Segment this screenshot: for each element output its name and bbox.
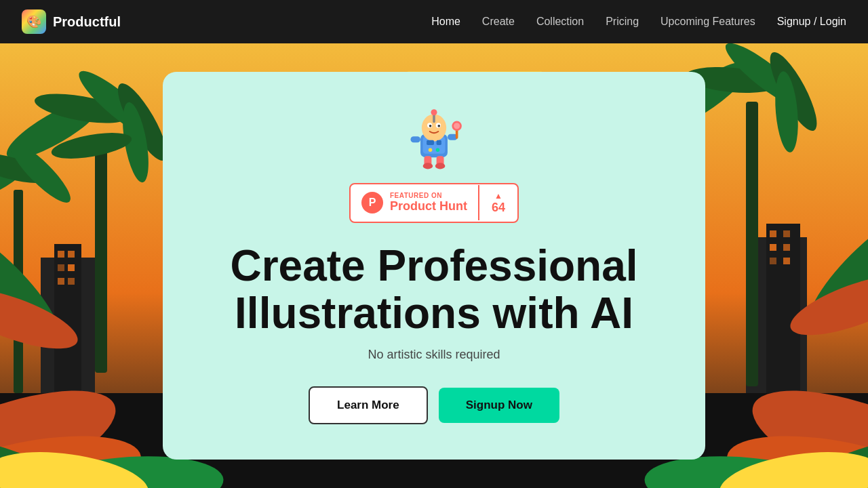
nav-home[interactable]: Home: [431, 16, 460, 28]
navbar: 🎨 Productful Home Create Collection Pric…: [0, 0, 868, 43]
product-hunt-badge[interactable]: P FEATURED ON Product Hunt ▲ 64: [349, 183, 519, 223]
ph-product-name: Product Hunt: [390, 199, 467, 213]
svg-point-65: [454, 123, 460, 129]
brand-logo[interactable]: 🎨 Productful: [22, 9, 121, 34]
svg-point-68: [423, 163, 433, 169]
ph-featured-label: FEATURED ON: [390, 192, 467, 199]
svg-point-73: [436, 148, 439, 151]
svg-rect-61: [410, 136, 420, 142]
svg-point-58: [437, 125, 440, 127]
signup-now-button[interactable]: Signup Now: [439, 388, 559, 423]
svg-rect-71: [437, 140, 441, 144]
svg-point-57: [429, 125, 432, 127]
brand-icon: 🎨: [22, 9, 46, 34]
learn-more-button[interactable]: Learn More: [309, 386, 428, 424]
ph-icon: P: [361, 192, 383, 214]
ph-count-value: 64: [492, 201, 505, 215]
nav-links: Home Create Collection Pricing Upcoming …: [431, 16, 846, 28]
headline-line1: Create Professional: [230, 241, 637, 290]
hero-card: P FEATURED ON Product Hunt ▲ 64 Create P…: [163, 72, 705, 460]
ph-upvote-icon: ▲: [494, 191, 502, 201]
nav-upcoming[interactable]: Upcoming Features: [660, 16, 755, 28]
svg-point-60: [431, 109, 437, 115]
nav-create[interactable]: Create: [482, 16, 515, 28]
brand-name: Productful: [53, 14, 121, 30]
svg-rect-70: [427, 140, 434, 144]
hero-headline: Create Professional Illustrations with A…: [230, 242, 637, 338]
nav-collection[interactable]: Collection: [536, 16, 584, 28]
mascot-illustration: [400, 104, 468, 172]
nav-signup[interactable]: Signup / Login: [777, 16, 846, 28]
hero-subtext: No artistic skills required: [368, 348, 500, 362]
ph-text: FEATURED ON Product Hunt: [390, 192, 467, 214]
nav-pricing[interactable]: Pricing: [606, 16, 639, 28]
svg-point-69: [435, 163, 446, 169]
ph-vote-count: ▲ 64: [479, 184, 517, 222]
svg-rect-59: [433, 114, 435, 123]
cta-buttons: Learn More Signup Now: [309, 386, 559, 424]
main-content: P FEATURED ON Product Hunt ▲ 64 Create P…: [0, 0, 868, 488]
ph-left-section: P FEATURED ON Product Hunt: [351, 185, 479, 220]
svg-point-72: [429, 148, 432, 151]
headline-line2: Illustrations with AI: [235, 289, 633, 338]
